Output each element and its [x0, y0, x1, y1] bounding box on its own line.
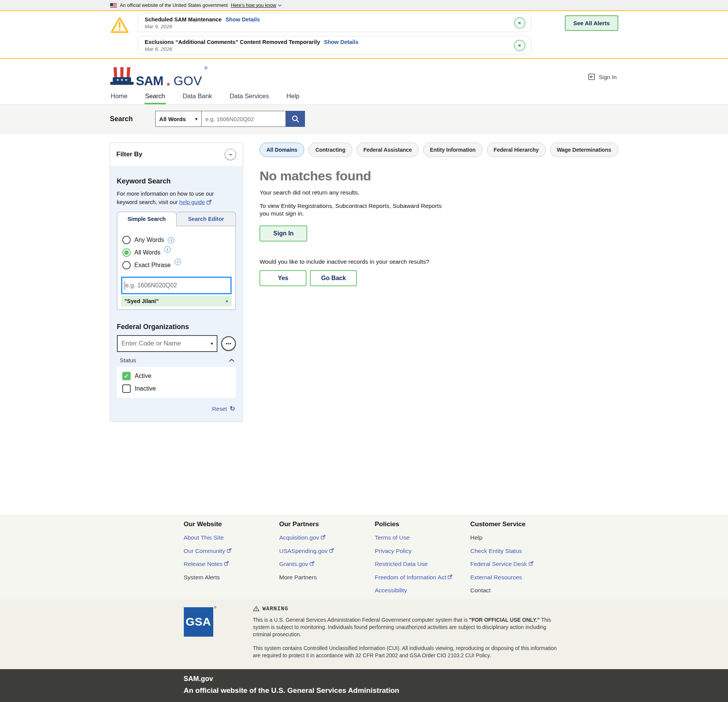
sign-in-icon: [587, 73, 596, 81]
status-options: ✓ Active Inactive: [117, 367, 236, 398]
footer-link-release-notes[interactable]: Release Notes: [184, 560, 279, 568]
nav-item-search[interactable]: Search: [144, 90, 166, 104]
external-link-icon: [448, 574, 452, 579]
no-matches-title: No matches found: [259, 169, 618, 183]
logo-sam-text: SAM: [136, 75, 164, 87]
footer-link-more-partners[interactable]: More Partners: [279, 574, 375, 581]
alert-card: Scheduled SAM Maintenance Show Details M…: [138, 13, 531, 32]
reset-filters-link[interactable]: Reset ↻: [117, 405, 236, 413]
go-back-button[interactable]: Go Back: [310, 270, 357, 286]
alert-title: Scheduled SAM Maintenance: [145, 16, 222, 23]
warning-triangle-icon: [110, 13, 138, 34]
footer-link-about-this-site[interactable]: About This Site: [184, 534, 279, 541]
logo-star-icon: ★: [165, 81, 171, 87]
nav-item-data-services[interactable]: Data Services: [229, 90, 270, 104]
keyword-chip-label: "Syed Jilani": [125, 298, 159, 304]
domain-pill-contracting[interactable]: Contracting: [308, 143, 352, 157]
federal-organizations-select[interactable]: Enter Code or Name ▾: [117, 335, 218, 352]
footer-link-usaspending-gov[interactable]: USASpending.gov: [279, 547, 375, 555]
tab-simple-search[interactable]: Simple Search: [117, 212, 177, 226]
external-link-icon: [227, 548, 232, 553]
footer-link-external-resources[interactable]: External Resources: [470, 574, 533, 581]
status-label: Status: [120, 357, 136, 363]
chevron-down-icon: [278, 4, 282, 6]
search-icon: [291, 115, 300, 123]
radio-all-words[interactable]: [122, 248, 131, 257]
gov-banner: An official website of the United States…: [0, 0, 728, 11]
reset-icon: ↻: [230, 405, 235, 413]
inactive-records-question: Would you like to include inactive recor…: [259, 258, 618, 265]
uncle-sam-hat-icon: ★ ★ ★: [110, 66, 134, 87]
search-input[interactable]: [202, 111, 286, 127]
more-options-icon[interactable]: •••: [221, 336, 236, 351]
text-cursor: [125, 282, 125, 290]
yes-button[interactable]: Yes: [259, 270, 306, 286]
us-flag-icon: [110, 3, 117, 8]
keyword-search-heading: Keyword Search: [117, 177, 236, 185]
checkbox-inactive[interactable]: [122, 384, 131, 393]
gsa-registered-mark: ®: [214, 606, 217, 610]
how-you-know-link[interactable]: Here’s how you know: [231, 3, 282, 8]
dark-footer-subtitle: An official website of the U.S. General …: [184, 686, 618, 695]
simple-search-panel: Any Words i All Words i Exact Phrase i: [117, 226, 236, 310]
info-icon[interactable]: i: [164, 246, 171, 253]
close-icon[interactable]: ×: [514, 40, 525, 51]
warning-triangle-small-icon: [253, 606, 259, 611]
radio-any-words-label: Any Words: [135, 237, 164, 243]
nav-item-help[interactable]: Help: [286, 90, 300, 104]
footer-link-acquisition-gov[interactable]: Acquisition.gov: [279, 534, 375, 541]
footer-link-accessibility[interactable]: Accessibility: [375, 587, 470, 594]
radio-any-words[interactable]: [122, 236, 131, 244]
header-sign-in-link[interactable]: Sign In: [587, 73, 617, 81]
sign-in-button[interactable]: Sign In: [259, 225, 307, 242]
search-button[interactable]: [286, 111, 305, 127]
footer-link-privacy-policy[interactable]: Privacy Policy: [375, 547, 470, 555]
external-link-icon: [224, 561, 229, 566]
footer-link-system-alerts[interactable]: System Alerts: [184, 574, 279, 581]
federal-organizations-placeholder: Enter Code or Name: [122, 340, 181, 347]
close-icon[interactable]: ×: [514, 17, 525, 29]
collapse-filters-button[interactable]: −: [225, 149, 236, 160]
search-mode-select[interactable]: All Words ▾: [155, 111, 202, 127]
svg-text:★ ★ ★: ★ ★ ★: [116, 78, 128, 82]
checkbox-active-label: Active: [135, 373, 152, 379]
results-area: All Domains Contracting Federal Assistan…: [259, 143, 618, 286]
help-guide-link[interactable]: help guide: [179, 198, 212, 206]
radio-exact-phrase[interactable]: [122, 261, 131, 269]
footer-link-our-community[interactable]: Our Community: [184, 547, 279, 555]
checkbox-active[interactable]: ✓: [122, 372, 131, 380]
show-details-link[interactable]: Show Details: [225, 16, 260, 23]
domain-pill-wage-determinations[interactable]: Wage Determinations: [550, 143, 618, 157]
chevron-up-icon[interactable]: [229, 359, 234, 362]
footer-link-terms-of-use[interactable]: Terms of Use: [375, 534, 470, 541]
keyword-input-placeholder: e.g. 1606N020Q02: [125, 282, 177, 289]
footer-link-help[interactable]: Help: [470, 534, 533, 541]
keyword-input[interactable]: e.g. 1606N020Q02: [121, 277, 232, 294]
footer-link-foia[interactable]: Freedom of Information Act: [375, 574, 470, 581]
domain-pill-federal-hierarchy[interactable]: Federal Hierarchy: [487, 143, 546, 157]
domain-pill-federal-assistance[interactable]: Federal Assistance: [357, 143, 419, 157]
nav-item-data-bank[interactable]: Data Bank: [182, 90, 213, 104]
show-details-link[interactable]: Show Details: [324, 39, 358, 45]
footer-link-federal-service-desk[interactable]: Federal Service Desk: [470, 560, 533, 568]
info-icon[interactable]: i: [175, 259, 181, 265]
footer-link-check-entity-status[interactable]: Check Entity Status: [470, 547, 533, 555]
checkbox-inactive-label: Inactive: [135, 385, 156, 392]
caret-down-icon: ▾: [195, 117, 198, 122]
alert-card: Exclusions “Additional Comments” Content…: [138, 36, 531, 55]
sam-gov-logo[interactable]: ★ ★ ★ SAM ★ GOV ®: [110, 66, 208, 87]
nav-item-home[interactable]: Home: [110, 90, 128, 104]
domain-pill-all-domains[interactable]: All Domains: [259, 143, 304, 157]
domain-pill-entity-information[interactable]: Entity Information: [423, 143, 483, 157]
keyword-chip: "Syed Jilani" ×: [121, 296, 232, 306]
main-nav: Home Search Data Bank Data Services Help: [0, 90, 728, 105]
info-icon[interactable]: i: [168, 237, 174, 243]
main-content: Filter By − Keyword Search For more info…: [0, 134, 728, 514]
footer-link-contact[interactable]: Contact: [470, 587, 533, 594]
footer-link-restricted-data-use[interactable]: Restricted Data Use: [375, 560, 470, 568]
alerts-section: Scheduled SAM Maintenance Show Details M…: [0, 11, 728, 59]
see-all-alerts-button[interactable]: See All Alerts: [565, 15, 618, 31]
chip-remove-icon[interactable]: ×: [225, 298, 229, 304]
tab-search-editor[interactable]: Search Editor: [177, 212, 236, 226]
footer-link-grants-gov[interactable]: Grants.gov: [279, 560, 375, 568]
